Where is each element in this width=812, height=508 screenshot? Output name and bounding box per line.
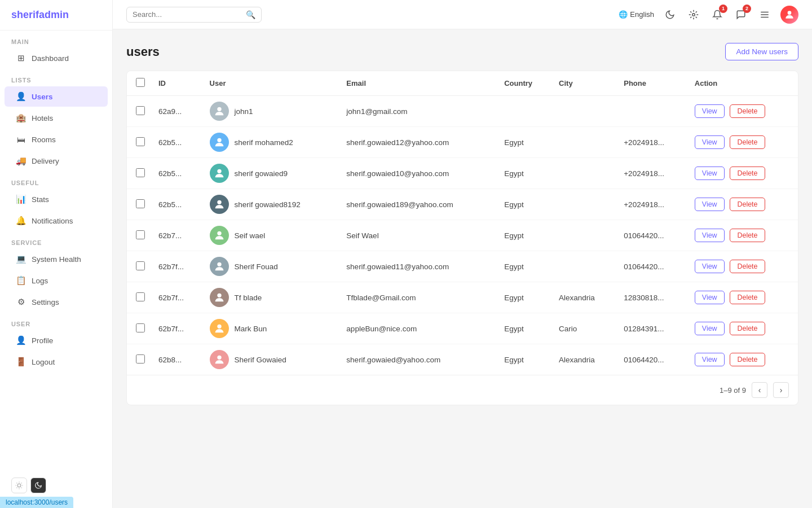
sidebar-item-system-health[interactable]: 💻 System Health	[5, 249, 108, 269]
header-actions: 🌐 English 1 2	[619, 6, 798, 24]
view-button-4[interactable]: View	[695, 229, 725, 242]
sidebar-item-logs[interactable]: 📋 Logs	[5, 270, 108, 291]
sidebar-item-label: System Health	[32, 255, 81, 264]
row-checkbox-cell	[127, 220, 152, 251]
sidebar-item-label: Rooms	[32, 135, 56, 144]
row-id: 62b5...	[152, 158, 203, 189]
delete-button-7[interactable]: Delete	[730, 322, 765, 335]
user-avatar-img	[210, 319, 229, 338]
select-all-checkbox[interactable]	[136, 78, 145, 87]
row-id: 62a9...	[152, 96, 203, 127]
row-checkbox-4[interactable]	[136, 230, 145, 239]
user-avatar[interactable]	[780, 6, 798, 24]
pagination-row: 1–9 of 9 ‹ ›	[127, 375, 798, 405]
table-row: 62b5... sherif gowaied8192 sherif.gowaie…	[127, 189, 798, 220]
sidebar-item-notifications[interactable]: 🔔 Notifications	[5, 211, 108, 231]
view-button-0[interactable]: View	[695, 104, 725, 118]
sidebar-item-dashboard[interactable]: ⊞ Dashboard	[5, 48, 108, 68]
notifications-badge: 1	[719, 5, 727, 13]
svg-point-22	[217, 356, 221, 360]
sidebar-item-profile[interactable]: 👤 Profile	[5, 330, 108, 351]
view-button-8[interactable]: View	[695, 353, 725, 366]
row-checkbox-3[interactable]	[136, 199, 145, 208]
user-avatar-img	[210, 102, 229, 121]
system-health-icon: 💻	[16, 254, 26, 264]
sidebar-item-settings[interactable]: ⚙ Settings	[5, 292, 108, 312]
row-checkbox-cell	[127, 189, 152, 220]
menu-lines-button[interactable]	[757, 7, 773, 23]
row-email: sherif.gowaied189@yahoo.com	[339, 189, 497, 220]
sidebar-item-users[interactable]: 👤 Users	[5, 86, 108, 107]
row-checkbox-1[interactable]	[136, 137, 145, 146]
view-button-7[interactable]: View	[695, 322, 725, 335]
row-id: 62b5...	[152, 189, 203, 220]
language-selector[interactable]: 🌐 English	[619, 10, 654, 19]
view-button-1[interactable]: View	[695, 135, 725, 149]
sidebar-item-label: Logout	[32, 358, 55, 366]
pagination-prev[interactable]: ‹	[752, 382, 767, 398]
row-checkbox-cell	[127, 96, 152, 127]
row-checkbox-cell	[127, 158, 152, 189]
sidebar-item-logout[interactable]: 🚪 Logout	[5, 352, 108, 372]
dark-theme-button[interactable]	[30, 478, 46, 493]
delete-button-5[interactable]: Delete	[730, 260, 765, 273]
delete-button-2[interactable]: Delete	[730, 167, 765, 180]
table-row: 62b7f... Mark Bun appleBun@nice.com Egyp…	[127, 313, 798, 344]
svg-point-20	[217, 294, 221, 297]
delete-button-3[interactable]: Delete	[730, 198, 765, 211]
sidebar-item-hotels[interactable]: 🏨 Hotels	[5, 108, 108, 128]
delete-button-0[interactable]: Delete	[730, 104, 765, 118]
row-checkbox-cell	[127, 282, 152, 313]
row-city	[552, 96, 617, 127]
row-checkbox-8[interactable]	[136, 354, 145, 364]
user-name: sherif mohamed2	[235, 138, 293, 147]
search-input[interactable]	[133, 10, 241, 19]
logout-icon: 🚪	[16, 357, 26, 367]
col-id: ID	[152, 71, 203, 96]
view-button-3[interactable]: View	[695, 198, 725, 211]
profile-icon: 👤	[16, 335, 26, 345]
dark-mode-toggle[interactable]	[662, 7, 678, 23]
row-checkbox-5[interactable]	[136, 261, 145, 270]
delete-button-8[interactable]: Delete	[730, 353, 765, 366]
main-content: 🔍 🌐 English 1 2	[113, 0, 812, 508]
row-phone: 01064420...	[617, 344, 688, 375]
row-checkbox-0[interactable]	[136, 106, 145, 115]
pagination-next[interactable]: ›	[773, 382, 789, 398]
row-city	[552, 189, 617, 220]
view-button-6[interactable]: View	[695, 291, 725, 304]
delete-button-4[interactable]: Delete	[730, 229, 765, 242]
page-title-row: users Add New users	[126, 43, 798, 60]
add-new-users-button[interactable]: Add New users	[725, 43, 798, 60]
col-phone: Phone	[617, 71, 688, 96]
row-email: sherif.gowaied@yahoo.com	[339, 344, 497, 375]
delete-button-1[interactable]: Delete	[730, 135, 765, 149]
sidebar-item-rooms[interactable]: 🛏 Rooms	[5, 129, 108, 150]
view-button-5[interactable]: View	[695, 260, 725, 273]
row-id: 62b7...	[152, 220, 203, 251]
row-user: sherif gowaied8192	[203, 189, 340, 220]
row-id: 62b7f...	[152, 313, 203, 344]
delete-button-6[interactable]: Delete	[730, 291, 765, 304]
row-checkbox-6[interactable]	[136, 292, 145, 301]
row-checkbox-7[interactable]	[136, 323, 145, 332]
grid-icon-button[interactable]	[686, 7, 701, 23]
table-row: 62b8... Sherif Gowaied sherif.gowaied@ya…	[127, 344, 798, 375]
sidebar-item-stats[interactable]: 📊 Stats	[5, 189, 108, 209]
svg-point-19	[217, 262, 221, 266]
notifications-bell[interactable]: 1	[709, 7, 725, 23]
search-bar[interactable]: 🔍	[126, 7, 262, 23]
light-theme-button[interactable]	[11, 478, 27, 493]
svg-line-8	[21, 483, 22, 483]
messages-icon-button[interactable]: 2	[733, 7, 749, 23]
view-button-2[interactable]: View	[695, 167, 725, 180]
svg-point-14	[217, 107, 221, 111]
row-email: john1@gmail.com	[339, 96, 497, 127]
rooms-icon: 🛏	[16, 134, 26, 144]
svg-point-9	[692, 13, 695, 16]
user-avatar-img	[210, 288, 229, 307]
row-checkbox-2[interactable]	[136, 168, 145, 177]
sidebar-item-delivery[interactable]: 🚚 Delivery	[5, 151, 108, 171]
hotels-icon: 🏨	[16, 113, 26, 123]
section-useful: USEFUL	[0, 172, 112, 189]
